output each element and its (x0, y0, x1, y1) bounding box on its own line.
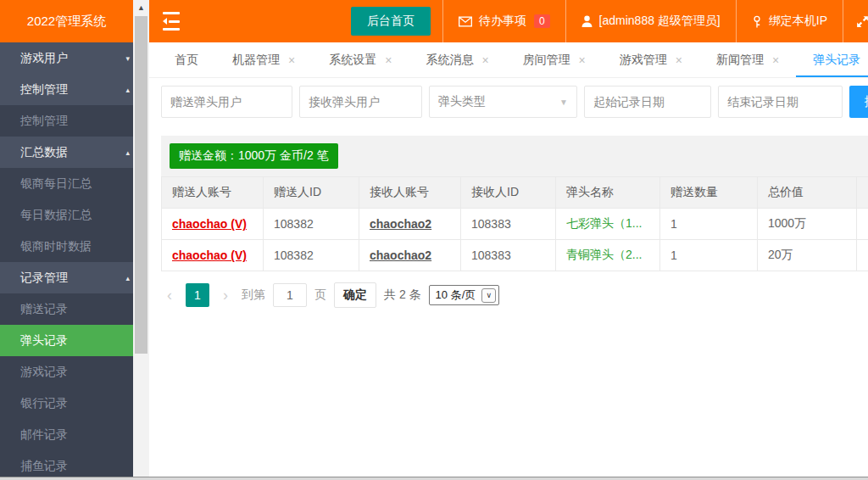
bind-ip-label: 绑定本机IP (769, 14, 827, 29)
tab[interactable]: 首页 (158, 42, 215, 77)
end-date-input[interactable] (718, 86, 843, 118)
tab-label: 新闻管理 (716, 53, 764, 68)
user-link[interactable]: chaochao2 (370, 217, 431, 231)
tab[interactable]: 系统消息× (409, 42, 505, 77)
table-cell-extra (857, 240, 868, 271)
cell-value: 1 (670, 248, 677, 262)
page-1-button[interactable]: 1 (186, 283, 209, 307)
table-header-cell: 赠送数量 (660, 177, 758, 209)
table-cell-receiver: chaochao2 (359, 240, 461, 271)
tab-close-icon[interactable]: × (385, 53, 392, 67)
cell-value: 108383 (471, 217, 511, 231)
sidebar-item[interactable]: 记录管理▴ (0, 262, 133, 293)
sidebar-item-label: 银行记录 (0, 396, 68, 411)
sidebar-item[interactable]: 游戏记录 (0, 356, 133, 388)
warhead-type-placeholder: 弹头类型 (438, 94, 486, 109)
start-date-input[interactable] (584, 86, 711, 118)
giver-filter-input[interactable] (161, 86, 292, 118)
cell-value: 1000万 (768, 216, 806, 230)
tab[interactable]: 系统设置× (312, 42, 409, 77)
sidebar-item-label: 游戏记录 (0, 365, 68, 380)
chevron-up-icon: ▴ (125, 274, 130, 282)
total-count-label: 共 2 条 (384, 287, 421, 303)
sidebar-item[interactable]: 邮件记录 (0, 419, 133, 450)
sidebar-item[interactable]: 控制管理 (0, 105, 133, 137)
sidebar-item-label: 捕鱼记录 (0, 459, 68, 474)
sidebar-menu: 游戏用户▾控制管理▴控制管理汇总数据▴银商每日汇总每日数据汇总银商时时数据记录管… (0, 42, 133, 480)
records-table: 赠送人账号赠送人ID接收人账号接收人ID弹头名称赠送数量总价值 chaochao… (161, 176, 868, 271)
prev-page-button[interactable]: ‹ (161, 287, 178, 304)
sidebar-item[interactable]: 银行记录 (0, 388, 133, 419)
tab-close-icon[interactable]: × (481, 53, 488, 67)
cell-value: 108382 (274, 248, 314, 262)
sidebar-item[interactable]: 汇总数据▴ (0, 137, 133, 168)
table-cell-total-value: 1000万 (758, 209, 857, 240)
sidebar-item[interactable]: 捕鱼记录 (0, 450, 133, 480)
expand-arrows-icon (855, 14, 868, 29)
envelope-icon (459, 16, 472, 27)
table-header-cell: 接收人账号 (359, 177, 461, 209)
tab-close-icon[interactable]: × (288, 53, 295, 67)
sidebar-item-label: 赠送记录 (0, 302, 68, 317)
tab[interactable]: 弹头记录× (796, 42, 868, 77)
scrollbar-thumb[interactable] (135, 16, 147, 354)
search-button[interactable]: 搜索 (849, 86, 868, 118)
tab[interactable]: 游戏管理× (603, 42, 699, 77)
tab-close-icon[interactable]: × (676, 53, 682, 67)
bind-ip-button[interactable]: 绑定本机IP (736, 0, 843, 42)
user-link[interactable]: chaochao (V) (172, 248, 247, 262)
backend-home-button[interactable]: 后台首页 (351, 7, 431, 36)
table-toolbar: 赠送金额：1000万 金币/2 笔 (161, 136, 868, 176)
table-cell-receiver-id: 108383 (461, 240, 556, 271)
menu-toggle-icon[interactable] (149, 0, 193, 42)
tab-label: 首页 (175, 53, 198, 68)
goto-label: 到第 (242, 287, 265, 303)
tab-close-icon[interactable]: × (772, 53, 779, 67)
tab[interactable]: 机器管理× (215, 42, 312, 77)
sidebar-item-label: 汇总数据 (0, 145, 68, 160)
sidebar-item[interactable]: 赠送记录 (0, 293, 133, 325)
receiver-filter-input[interactable] (299, 86, 422, 118)
gift-total-badge: 赠送金额：1000万 金币/2 笔 (170, 143, 338, 169)
cell-value: 108383 (471, 248, 511, 262)
key-icon (752, 15, 762, 28)
scrollbar-up-arrow-icon[interactable]: ▲ (133, 0, 149, 14)
app-title: 2022管理系统 (0, 0, 133, 42)
sidebar-item[interactable]: 弹头记录 (0, 325, 133, 356)
tab[interactable]: 房间管理× (506, 42, 603, 77)
goto-page-input[interactable] (273, 283, 307, 307)
tab-bar: 首页机器管理×系统设置×系统消息×房间管理×游戏管理×新闻管理×弹头记录×控制管… (149, 42, 868, 78)
records-card: 赠送金额：1000万 金币/2 笔 赠送人账号赠送人ID接收人账号接收人ID弹头… (161, 136, 868, 308)
warhead-type-select[interactable]: 弹头类型 ▼ (429, 86, 577, 118)
confirm-button[interactable]: 确定 (334, 282, 376, 308)
tab-close-icon[interactable]: × (579, 53, 586, 67)
todo-items-button[interactable]: 待办事项 0 (442, 0, 565, 42)
sidebar-item[interactable]: 银商每日汇总 (0, 168, 133, 199)
content: 赠送金额：1000万 金币/2 笔 赠送人账号赠送人ID接收人账号接收人ID弹头… (149, 126, 868, 308)
fullscreen-button[interactable] (843, 0, 868, 42)
sidebar-scrollbar[interactable]: ▲ (133, 0, 149, 480)
tab[interactable]: 新闻管理× (699, 42, 796, 77)
table-cell-giver: chaochao (V) (162, 209, 264, 240)
table-cell-receiver-id: 108383 (461, 209, 556, 240)
sidebar-item[interactable]: 银商时时数据 (0, 231, 133, 262)
sidebar-item-label: 银商每日汇总 (0, 176, 92, 192)
cell-value: 20万 (768, 248, 793, 261)
table-header-cell: 赠送人账号 (162, 177, 264, 209)
tab-label: 机器管理 (232, 53, 280, 68)
sidebar-item[interactable]: 游戏用户▾ (0, 42, 133, 74)
page-size-select[interactable]: 10 条/页 ∨ (429, 285, 500, 305)
horizontal-scrollbar[interactable] (0, 477, 868, 480)
cell-value: 青铜弹头（2... (566, 248, 642, 261)
user-link[interactable]: chaochao2 (370, 248, 431, 262)
sidebar-item[interactable]: 每日数据汇总 (0, 199, 133, 231)
tab-label: 系统设置 (329, 53, 376, 68)
table-header-cell (857, 177, 868, 209)
chevron-down-icon: ▾ (125, 54, 130, 63)
admin-user-button[interactable]: [admin888 超级管理员] (565, 0, 736, 42)
next-page-button[interactable]: › (217, 287, 234, 304)
todo-label: 待办事项 (479, 14, 526, 29)
sidebar-item[interactable]: 控制管理▴ (0, 74, 133, 105)
user-link[interactable]: chaochao (V) (172, 217, 247, 231)
sidebar-item-label: 记录管理 (0, 271, 68, 286)
